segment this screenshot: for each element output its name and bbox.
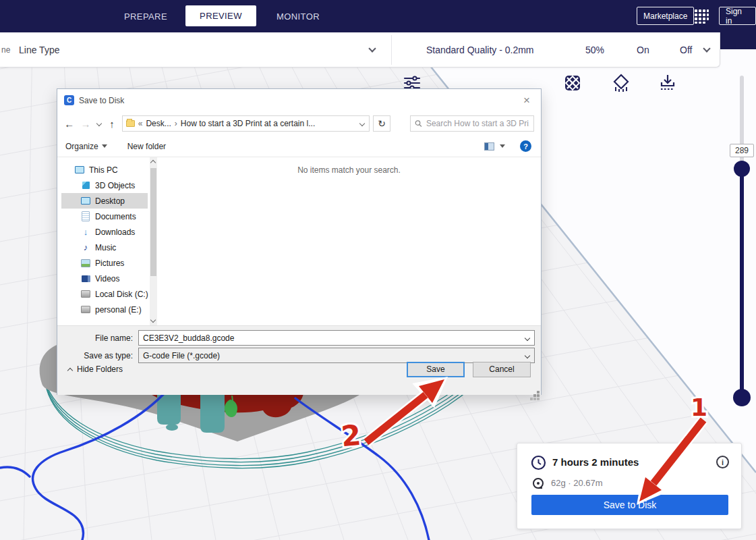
forward-arrow-icon[interactable]: → xyxy=(79,118,92,130)
header-extension xyxy=(720,32,756,49)
sidebar-folder-item[interactable]: Music xyxy=(61,240,148,255)
search-icon xyxy=(415,119,422,128)
collapsed-crumbs-icon[interactable]: « xyxy=(138,119,143,128)
save-to-disk-dialog: C Save to Disk × ← → ↑ « Desk... › How t… xyxy=(57,88,542,395)
file-name-input[interactable] xyxy=(143,333,511,343)
infill-icon[interactable] xyxy=(565,76,580,90)
profile-value[interactable]: Standard Quality - 0.2mm xyxy=(426,32,534,68)
adhesion-icon[interactable] xyxy=(660,74,676,91)
dialog-command-bar: Organize New folder ? xyxy=(57,136,541,157)
application-grid-icon[interactable] xyxy=(693,8,709,24)
folder-item-icon xyxy=(81,212,90,221)
support-value[interactable]: On xyxy=(637,32,649,68)
folder-item-icon xyxy=(81,305,90,315)
sidebar-folder-item[interactable]: Downloads xyxy=(61,224,148,240)
file-name-combo[interactable] xyxy=(138,330,535,346)
sidebar-folder-item[interactable]: Videos xyxy=(61,271,148,286)
folder-item-icon xyxy=(81,274,90,284)
sidebar-folder-item[interactable]: Documents xyxy=(61,209,148,224)
tab-preview[interactable]: PREVIEW xyxy=(185,5,256,26)
marketplace-button[interactable]: Marketplace xyxy=(637,7,694,25)
view-mode-icon[interactable] xyxy=(484,142,494,151)
breadcrumb-folder[interactable]: How to start a 3D Print at a certain l..… xyxy=(181,119,355,128)
info-icon[interactable]: i xyxy=(716,456,729,468)
file-name-chevron-icon[interactable] xyxy=(525,335,530,341)
sidebar-folder-item[interactable]: Desktop xyxy=(61,193,148,209)
infill-value[interactable]: 50% xyxy=(585,32,604,68)
sidebar-folder-item[interactable]: This PC xyxy=(61,162,148,178)
history-chevron-icon[interactable] xyxy=(96,121,101,126)
resize-grip[interactable] xyxy=(537,391,540,394)
dialog-bottom-panel: File name: Save as type: G-code File (*.… xyxy=(57,325,541,395)
app-header: PREPARE PREVIEW MONITOR Marketplace Sign… xyxy=(0,0,756,32)
print-time: 7 hours 2 minutes xyxy=(552,456,639,468)
empty-search-message: No items match your search. xyxy=(157,165,541,175)
address-dropdown-chevron-icon[interactable] xyxy=(359,121,365,126)
layer-slider-top-handle[interactable] xyxy=(734,161,750,177)
save-button[interactable]: Save xyxy=(407,362,465,377)
sidebar-folder-item[interactable]: Pictures xyxy=(61,255,148,271)
folder-item-icon xyxy=(75,165,84,175)
tab-prepare[interactable]: PREPARE xyxy=(125,0,166,32)
save-to-disk-button[interactable]: Save to Disk xyxy=(531,495,728,515)
folder-item-icon xyxy=(81,196,90,206)
sidebar-scrollbar[interactable] xyxy=(150,157,157,325)
search-input[interactable] xyxy=(426,119,529,128)
sidebar-folder-item[interactable]: personal (E:) xyxy=(61,302,148,317)
organize-dropdown-icon xyxy=(102,144,107,148)
clock-icon xyxy=(531,455,546,470)
support-column-base xyxy=(166,424,178,431)
hide-folders-button[interactable]: Hide Folders xyxy=(68,364,123,374)
stage-toolbar: ne Line Type Standard Quality - 0.2mm 50… xyxy=(0,32,720,68)
folder-item-icon xyxy=(81,227,90,237)
dialog-body: This PC 3D Objects Desktop Documents xyxy=(57,157,541,325)
file-name-label: File name: xyxy=(57,333,138,343)
new-folder-button[interactable]: New folder xyxy=(127,142,166,151)
folder-item-icon xyxy=(81,243,90,252)
layer-slider-track[interactable] xyxy=(740,170,744,397)
chevron-down-icon[interactable] xyxy=(368,45,376,52)
close-icon[interactable]: × xyxy=(519,93,534,107)
breadcrumb-separator: › xyxy=(175,119,177,128)
material-spool-icon xyxy=(532,477,544,489)
folder-item-icon xyxy=(81,259,90,268)
print-info-panel: 7 hours 2 minutes i 62g · 20.67m Save to… xyxy=(517,443,742,529)
sidebar-folder-item[interactable]: 3D Objects xyxy=(61,178,148,193)
cancel-button[interactable]: Cancel xyxy=(473,362,531,377)
color-scheme-dropdown[interactable]: Line Type xyxy=(19,32,59,68)
signin-button[interactable]: Sign in xyxy=(719,7,756,25)
up-arrow-icon[interactable]: ↑ xyxy=(105,118,118,130)
search-box[interactable] xyxy=(410,115,534,132)
breadcrumb-root[interactable]: Desk... xyxy=(146,119,171,128)
folder-icon xyxy=(126,120,135,127)
toolbar-divider xyxy=(391,35,392,65)
organize-menu[interactable]: Organize xyxy=(65,142,107,151)
layer-slider-value: 289 xyxy=(730,144,754,157)
sidebar-folder-item[interactable]: Local Disk (C:) xyxy=(61,286,148,302)
cura-app-icon: C xyxy=(64,95,74,105)
dialog-titlebar[interactable]: C Save to Disk × xyxy=(57,89,541,111)
adhesion-value[interactable]: Off xyxy=(680,32,692,68)
support-icon[interactable] xyxy=(612,74,630,92)
material-usage: 62g · 20.67m xyxy=(551,478,603,488)
back-arrow-icon[interactable]: ← xyxy=(63,118,76,130)
folder-item-icon xyxy=(81,290,90,299)
address-bar[interactable]: « Desk... › How to start a 3D Print at a… xyxy=(122,115,370,132)
scrollbar-thumb[interactable] xyxy=(150,168,156,276)
refresh-button[interactable]: ↻ xyxy=(373,115,390,132)
file-list-area[interactable]: No items match your search. xyxy=(157,157,541,325)
panel-collapse-chevron-icon[interactable] xyxy=(703,45,710,52)
scroll-down-icon[interactable] xyxy=(150,317,156,323)
folder-item-icon xyxy=(81,181,90,190)
chevron-up-icon xyxy=(67,367,73,373)
folder-sidebar: This PC 3D Objects Desktop Documents xyxy=(57,157,150,325)
cropped-label: ne xyxy=(1,32,10,68)
help-icon[interactable]: ? xyxy=(520,140,531,152)
view-mode-chevron-icon[interactable] xyxy=(500,144,505,148)
scroll-up-icon[interactable] xyxy=(150,160,156,165)
dialog-nav-row: ← → ↑ « Desk... › How to start a 3D Prin… xyxy=(57,111,541,136)
tab-monitor[interactable]: MONITOR xyxy=(275,0,321,32)
layer-slider-bottom-handle[interactable] xyxy=(733,389,751,406)
dialog-title: Save to Disk xyxy=(79,96,124,105)
